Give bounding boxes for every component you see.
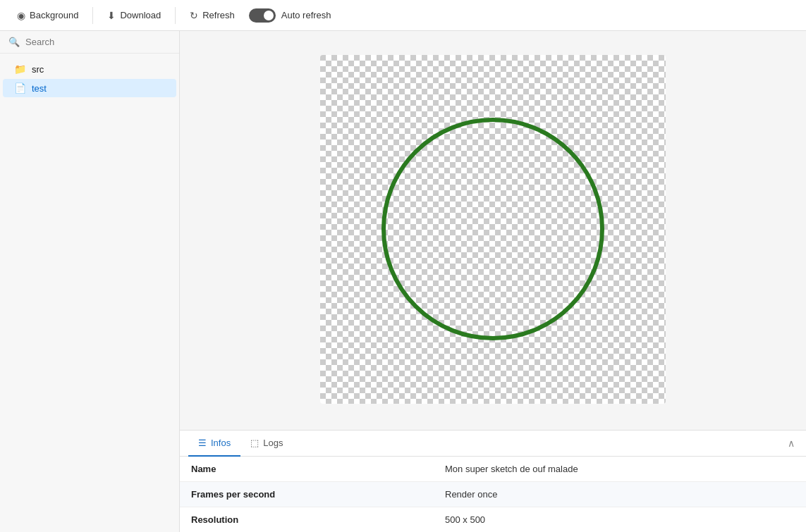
download-icon: ⬇ [107, 10, 116, 21]
bottom-panel: ☰ Infos ⬚ Logs ∧ Name Mon super sketch d… [180, 430, 806, 532]
refresh-button[interactable]: ↻ Refresh [181, 6, 243, 25]
background-button[interactable]: ◉ Background [8, 6, 87, 25]
info-label-resolution: Resolution [180, 507, 434, 532]
info-value-fps: Render once [434, 482, 508, 507]
svg-rect-4 [320, 55, 666, 404]
preview-area: ☰ Infos ⬚ Logs ∧ Name Mon super sketch d… [180, 31, 806, 532]
tabs-left: ☰ Infos ⬚ Logs [188, 431, 293, 456]
tree-item-test[interactable]: 📄 test [3, 79, 176, 97]
info-label-fps: Frames per second [180, 482, 434, 507]
info-value-name: Mon super sketch de ouf malade [434, 457, 590, 481]
canvas-container [180, 31, 806, 430]
logs-tab-label: Logs [263, 438, 283, 448]
background-label: Background [30, 10, 78, 20]
tree-item-src[interactable]: 📁 src [3, 60, 176, 78]
infos-tab-label: Infos [211, 438, 231, 448]
tree-item-label-test: test [32, 83, 47, 94]
download-label: Download [120, 10, 161, 20]
tabs-row: ☰ Infos ⬚ Logs ∧ [180, 431, 806, 457]
download-button[interactable]: ⬇ Download [99, 6, 169, 25]
sidebar: 🔍 📁 src 📄 test [0, 31, 180, 532]
folder-icon: 📁 [14, 63, 26, 75]
info-label-name: Name [180, 457, 434, 481]
toolbar: ◉ Background ⬇ Download ↻ Refresh Auto r… [0, 0, 806, 31]
refresh-icon: ↻ [190, 10, 198, 21]
info-row-fps: Frames per second Render once [180, 482, 806, 507]
auto-refresh-toggle-container: Auto refresh [249, 8, 331, 23]
auto-refresh-toggle[interactable] [249, 8, 276, 23]
main-content: 🔍 📁 src 📄 test [0, 31, 806, 532]
auto-refresh-label: Auto refresh [281, 10, 331, 20]
file-icon: 📄 [14, 82, 26, 94]
info-row-resolution: Resolution 500 x 500 [180, 507, 806, 532]
search-input[interactable] [25, 37, 171, 47]
logs-tab-icon: ⬚ [250, 438, 259, 448]
refresh-label: Refresh [202, 10, 235, 20]
toggle-thumb [264, 11, 274, 20]
tree-item-label-src: src [32, 64, 44, 75]
search-box: 🔍 [0, 31, 179, 54]
tab-logs[interactable]: ⬚ Logs [240, 431, 293, 457]
info-table: Name Mon super sketch de ouf malade Fram… [180, 457, 806, 532]
file-tree: 📁 src 📄 test [0, 54, 179, 532]
info-row-name: Name Mon super sketch de ouf malade [180, 457, 806, 482]
tab-infos[interactable]: ☰ Infos [188, 431, 240, 457]
background-icon: ◉ [17, 10, 25, 21]
divider-1 [92, 7, 93, 24]
search-icon: 🔍 [8, 37, 20, 47]
checker-canvas [320, 55, 666, 406]
info-value-resolution: 500 x 500 [434, 507, 496, 532]
collapse-button[interactable]: ∧ [785, 435, 798, 452]
infos-tab-icon: ☰ [198, 438, 207, 448]
preview-svg [320, 55, 666, 404]
divider-2 [175, 7, 176, 24]
